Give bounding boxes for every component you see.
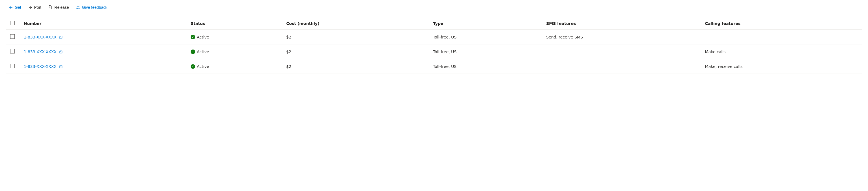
table-row: 1-833-XXX-XXXX Active $2 Toll-free, US M… xyxy=(6,44,862,59)
active-status-icon xyxy=(191,64,195,69)
header-cost: Cost (monthly) xyxy=(282,17,429,30)
header-sms: SMS features xyxy=(541,17,700,30)
row-checkbox-cell xyxy=(6,59,19,74)
feedback-icon xyxy=(76,5,80,10)
row-status: Active xyxy=(186,59,282,74)
plus-icon xyxy=(8,5,13,10)
header-checkbox[interactable] xyxy=(10,21,15,25)
phone-number-link[interactable]: 1-833-XXX-XXXX xyxy=(24,64,57,69)
status-text: Active xyxy=(197,50,209,54)
phone-number-link[interactable]: 1-833-XXX-XXXX xyxy=(24,50,57,54)
arrow-right-icon xyxy=(28,5,33,10)
table-row: 1-833-XXX-XXXX Active $2 Toll-free, US M… xyxy=(6,59,862,74)
row-number: 1-833-XXX-XXXX xyxy=(19,30,186,44)
header-checkbox-cell xyxy=(6,17,19,30)
row-number: 1-833-XXX-XXXX xyxy=(19,44,186,59)
row-checkbox-cell xyxy=(6,30,19,44)
row-cost: $2 xyxy=(282,44,429,59)
release-label: Release xyxy=(54,5,69,10)
table-row: 1-833-XXX-XXXX Active $2 Toll-free, US S… xyxy=(6,30,862,44)
active-status-icon xyxy=(191,35,195,39)
row-checkbox[interactable] xyxy=(10,34,15,39)
header-type: Type xyxy=(429,17,541,30)
row-sms: Send, receive SMS xyxy=(541,30,700,44)
row-sms xyxy=(541,44,700,59)
numbers-table: Number Status Cost (monthly) Type SMS fe… xyxy=(6,17,862,74)
feedback-button[interactable]: Give feedback xyxy=(73,3,110,11)
row-calling: Make calls xyxy=(701,44,862,59)
copy-icon[interactable] xyxy=(59,65,63,68)
header-number: Number xyxy=(19,17,186,30)
row-number: 1-833-XXX-XXXX xyxy=(19,59,186,74)
row-checkbox[interactable] xyxy=(10,64,15,68)
port-label: Port xyxy=(34,5,41,10)
status-text: Active xyxy=(197,64,209,69)
trash-icon xyxy=(48,5,53,10)
header-calling: Calling features xyxy=(701,17,862,30)
row-status: Active xyxy=(186,30,282,44)
numbers-table-container: Number Status Cost (monthly) Type SMS fe… xyxy=(0,15,868,76)
row-checkbox[interactable] xyxy=(10,49,15,54)
row-type: Toll-free, US xyxy=(429,44,541,59)
get-button[interactable]: Get xyxy=(6,3,24,11)
port-button[interactable]: Port xyxy=(25,3,44,11)
get-label: Get xyxy=(15,5,21,10)
row-cost: $2 xyxy=(282,59,429,74)
row-cost: $2 xyxy=(282,30,429,44)
row-calling xyxy=(701,30,862,44)
row-calling: Make, receive calls xyxy=(701,59,862,74)
row-type: Toll-free, US xyxy=(429,30,541,44)
release-button[interactable]: Release xyxy=(45,3,71,11)
row-sms xyxy=(541,59,700,74)
row-status: Active xyxy=(186,44,282,59)
header-status: Status xyxy=(186,17,282,30)
row-checkbox-cell xyxy=(6,44,19,59)
row-type: Toll-free, US xyxy=(429,59,541,74)
status-text: Active xyxy=(197,35,209,39)
active-status-icon xyxy=(191,50,195,54)
copy-icon[interactable] xyxy=(59,50,63,54)
feedback-label: Give feedback xyxy=(82,5,107,10)
toolbar: Get Port Release Give feedback xyxy=(0,0,868,15)
table-header-row: Number Status Cost (monthly) Type SMS fe… xyxy=(6,17,862,30)
copy-icon[interactable] xyxy=(59,35,63,39)
phone-number-link[interactable]: 1-833-XXX-XXXX xyxy=(24,35,57,39)
